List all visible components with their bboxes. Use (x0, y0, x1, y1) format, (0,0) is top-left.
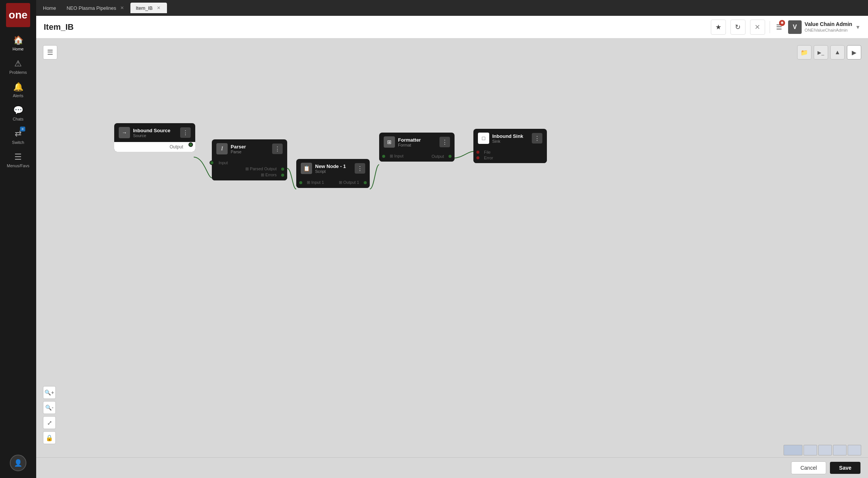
notification-badge: ✱ (779, 20, 785, 26)
parser-ports: Input ⊞ Parsed Output ⊞ Errors (212, 158, 287, 180)
connections-svg (36, 38, 868, 457)
formatter-title: Formatter (398, 137, 436, 143)
new-node-input-port[interactable] (299, 180, 303, 185)
parser-input-port[interactable] (210, 160, 214, 165)
home-icon: 🏠 (13, 35, 23, 45)
mini-map-block-4 (833, 445, 847, 455)
formatter-menu[interactable]: ⋮ (439, 137, 450, 147)
bottom-action-bar: Cancel Save (36, 457, 868, 478)
node-formatter-header: ⊞ Formatter Format ⋮ (379, 133, 455, 151)
menu-button[interactable]: ☰ ✱ (775, 21, 784, 33)
sidebar-item-home[interactable]: 🏠 Home (0, 32, 36, 55)
parser-menu[interactable]: ⋮ (272, 144, 283, 154)
fit-button[interactable]: ⤢ (43, 416, 56, 429)
problems-icon: ⚠ (14, 59, 22, 69)
sidebar-item-alerts[interactable]: 🔔 Alerts (0, 78, 36, 102)
new-node-icon: 📋 (301, 163, 312, 174)
terminal-tool-button[interactable]: ▶_ (814, 45, 828, 60)
list-view-button[interactable]: ☰ (43, 45, 57, 60)
node-parser: I Parser Parse ⋮ Input ⊞ Parsed Ou (212, 139, 287, 180)
chats-icon: 💬 (13, 105, 23, 115)
zoom-out-button[interactable]: 🔍- (43, 401, 56, 414)
node-inbound-source-header: → Inbound Source Source ⋮ (114, 123, 195, 142)
sidebar-label-problems: Problems (9, 70, 27, 75)
inbound-sink-subtitle: Sink (492, 139, 529, 144)
pipeline-canvas: → Inbound Source Source ⋮ Output I (36, 38, 868, 457)
user-info: Value Chain Admin ONEIValueChainAdmin (805, 21, 852, 33)
inbound-sink-error-label: Error (484, 156, 493, 160)
switch-badge: ≡ (20, 127, 25, 131)
formatter-ports: ⊞ Input Output (379, 151, 455, 162)
tab-item-ib-close[interactable]: ✕ (156, 5, 162, 11)
new-node-output-port[interactable] (363, 180, 367, 185)
sidebar-item-menus-favs[interactable]: ☰ Menus/Favs (0, 148, 36, 172)
user-avatar: V (788, 20, 802, 34)
tab-item-ib[interactable]: Item_IB ✕ (130, 3, 167, 13)
formatter-output-port[interactable] (448, 154, 452, 159)
pipeline-canvas-area: ☰ 📁 ▶_ ▲ ▶ → (36, 38, 868, 478)
inbound-sink-file-label: File (484, 150, 491, 154)
user-name: Value Chain Admin (805, 21, 852, 27)
new-node-input-label: ⊞ Input 1 (307, 180, 324, 185)
sidebar-label-alerts: Alerts (13, 93, 23, 98)
mini-map (784, 445, 861, 455)
inbound-sink-file-port[interactable] (476, 150, 480, 154)
zoom-in-button[interactable]: 🔍+ (43, 386, 56, 399)
sidebar-label-switch: Switch (12, 140, 24, 145)
inbound-sink-ports: File Error (473, 148, 547, 163)
inbound-source-icon: → (119, 127, 130, 138)
inbound-source-output-port[interactable] (188, 142, 193, 147)
inbound-source-menu[interactable]: ⋮ (180, 127, 191, 138)
lock-button[interactable]: 🔒 (43, 431, 56, 444)
mini-map-block-3 (818, 445, 832, 455)
app-logo[interactable]: one (6, 3, 30, 27)
tab-home-label: Home (43, 5, 56, 11)
inbound-sink-icon: □ (478, 133, 489, 144)
header-divider (770, 21, 770, 33)
sidebar: one 🏠 Home ⚠ Problems 🔔 Alerts 💬 Chats ⇄… (0, 0, 36, 478)
close-button[interactable]: ✕ (750, 20, 765, 35)
parser-title: Parser (231, 144, 269, 150)
node-formatter: ⊞ Formatter Format ⋮ ⊞ Input Outp (379, 133, 455, 162)
parser-parsed-output-label: ⊞ Parsed Output (245, 166, 277, 171)
tab-item-ib-label: Item_IB (136, 5, 153, 11)
canvas-toolbar-right: 📁 ▶_ ▲ ▶ (797, 45, 861, 60)
sidebar-label-home: Home (12, 47, 23, 51)
run-tool-button[interactable]: ▶ (847, 45, 861, 60)
folder-tool-button[interactable]: 📁 (797, 45, 811, 60)
formatter-input-port[interactable] (381, 154, 386, 159)
user-avatar-bottom[interactable]: 👤 (10, 455, 26, 471)
node-parser-header: I Parser Parse ⋮ (212, 139, 287, 158)
sidebar-item-switch[interactable]: ⇄ ≡ Switch (0, 125, 36, 148)
tab-home[interactable]: Home (38, 3, 61, 13)
tab-neo-plasma-close[interactable]: ✕ (119, 5, 125, 11)
formatter-subtitle: Format (398, 143, 436, 147)
inbound-sink-title: Inbound Sink (492, 133, 529, 139)
user-section[interactable]: V Value Chain Admin ONEIValueChainAdmin … (788, 20, 860, 34)
mini-map-block-1 (784, 445, 802, 455)
new-node-output-label: ⊞ Output 1 (339, 180, 359, 185)
inbound-sink-menu[interactable]: ⋮ (532, 133, 542, 144)
cancel-button[interactable]: Cancel (791, 461, 827, 474)
sidebar-item-problems[interactable]: ⚠ Problems (0, 55, 36, 78)
parser-parsed-output-port[interactable] (280, 167, 285, 171)
inbound-sink-error-port[interactable] (476, 156, 480, 160)
mountain-tool-button[interactable]: ▲ (830, 45, 845, 60)
formatter-input-label: ⊞ Input (390, 154, 404, 159)
node-inbound-sink: □ Inbound Sink Sink ⋮ File Error (473, 129, 547, 163)
new-node-menu[interactable]: ⋮ (355, 163, 365, 174)
tab-bar: Home NEO Plasma Pipelines ✕ Item_IB ✕ (36, 0, 868, 16)
tab-neo-plasma[interactable]: NEO Plasma Pipelines ✕ (61, 3, 131, 13)
save-button[interactable]: Save (830, 462, 860, 474)
inbound-source-subtitle: Source (133, 133, 177, 138)
parser-errors-port[interactable] (280, 173, 285, 177)
menus-icon: ☰ (14, 152, 22, 162)
node-inbound-source: → Inbound Source Source ⋮ Output (114, 123, 195, 152)
mini-map-block-5 (848, 445, 861, 455)
refresh-button[interactable]: ↻ (730, 20, 746, 35)
sidebar-item-chats[interactable]: 💬 Chats (0, 102, 36, 125)
user-dropdown-arrow[interactable]: ▼ (855, 24, 860, 30)
tab-neo-plasma-label: NEO Plasma Pipelines (67, 5, 116, 11)
inbound-source-output-label: Output (170, 144, 183, 150)
star-button[interactable]: ★ (711, 20, 726, 35)
